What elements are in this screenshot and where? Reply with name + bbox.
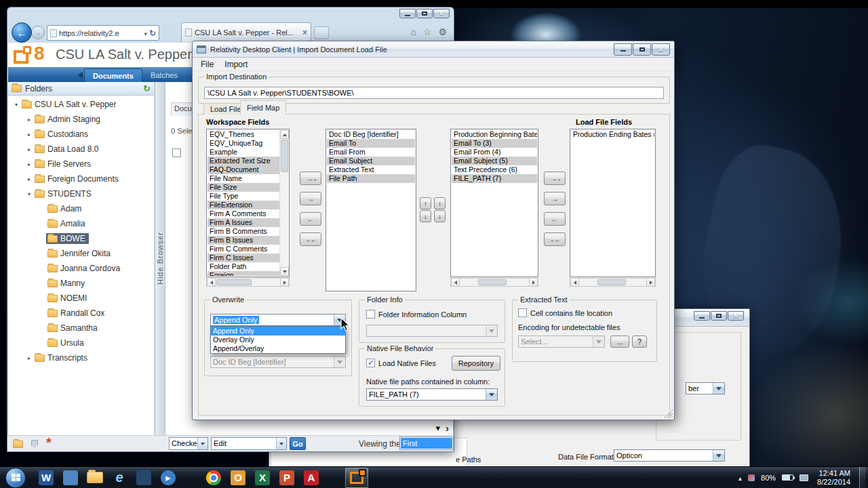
tree-item-jennifer-okita[interactable]: Jennifer Okita xyxy=(8,246,154,261)
checked-select[interactable]: Checked xyxy=(169,437,208,450)
menu-import[interactable]: Import xyxy=(219,58,253,70)
move-all-right-button-2[interactable]: →→ xyxy=(544,171,566,185)
hidden-icons-arrow[interactable] xyxy=(738,473,742,483)
move-all-left-button[interactable]: ←← xyxy=(300,232,321,246)
maximize-button[interactable] xyxy=(416,9,433,18)
show-desktop-button[interactable] xyxy=(859,467,865,488)
dropdown-arrow-icon[interactable] xyxy=(713,383,724,394)
repository-button[interactable]: Repository xyxy=(452,356,500,371)
taskbar-icon-acrobat[interactable]: A xyxy=(300,468,323,488)
dialog-titlebar[interactable]: Relativity Desktop Client | Import Docum… xyxy=(193,41,674,58)
tree-item-custodians[interactable]: ▸Custodians xyxy=(8,127,154,142)
list-item[interactable]: File Type xyxy=(208,192,279,201)
tree-item-file-servers[interactable]: ▸File Servers xyxy=(8,157,154,171)
scroll-left-button[interactable] xyxy=(451,278,460,287)
tray-app-icon[interactable] xyxy=(748,474,755,481)
browser-tab[interactable]: CSU LA Salt v. Pepper - Rel... xyxy=(181,22,311,42)
dropdown-arrow-icon[interactable] xyxy=(276,438,286,449)
tree-item-ursula[interactable]: Ursula xyxy=(8,336,154,350)
list-item[interactable]: Production Ending Bates (2) xyxy=(571,130,654,139)
data-file-format-combobox[interactable]: Opticon xyxy=(614,449,725,462)
minimize-button[interactable] xyxy=(399,9,416,18)
move-right-button-2[interactable]: → xyxy=(544,192,566,205)
scroll-thumb[interactable] xyxy=(597,279,626,285)
checkbox-icon[interactable] xyxy=(518,308,527,317)
list-item[interactable]: Folder Path xyxy=(208,262,279,271)
scroll-up-button[interactable] xyxy=(280,130,289,139)
caret-down-icon[interactable] xyxy=(435,423,440,433)
taskbar-icon-word[interactable]: W xyxy=(35,468,58,488)
tree-item-bowe[interactable]: BOWE xyxy=(8,231,154,246)
scroll-left-button[interactable] xyxy=(570,278,579,287)
list-item[interactable]: FAQ-Document xyxy=(208,165,279,174)
dropdown-arrow-icon[interactable] xyxy=(713,450,724,461)
scroll-right-button[interactable] xyxy=(529,278,538,287)
taskbar-icon-chrome[interactable] xyxy=(202,468,225,488)
move-left-button[interactable]: ← xyxy=(300,212,321,226)
minimize-button[interactable] xyxy=(694,311,710,321)
tree-item-admin-staging[interactable]: ▸Admin Staging xyxy=(8,112,154,127)
tree-item-manny[interactable]: Manny xyxy=(8,276,154,291)
list-item[interactable]: Production Beginning Bates xyxy=(452,130,537,139)
scroll-right-button[interactable] xyxy=(646,278,655,287)
scroll-right-button[interactable] xyxy=(280,278,289,287)
favorites-star-icon[interactable] xyxy=(423,26,432,37)
move-all-left-button-2[interactable]: ←← xyxy=(544,232,566,246)
help-button[interactable]: ? xyxy=(632,336,647,348)
list-item[interactable]: Firm B Comments xyxy=(208,227,279,236)
dropdown-arrow-icon[interactable] xyxy=(486,389,497,400)
taskbar-icon-app-window[interactable] xyxy=(59,468,82,488)
expand-arrow-icon[interactable]: ▾ xyxy=(25,191,33,197)
expand-arrow-icon[interactable]: ▾ xyxy=(12,102,20,108)
taskbar-icon-internet-explorer[interactable]: e xyxy=(108,468,131,488)
list-item[interactable]: Text Precedence (6) xyxy=(452,165,537,174)
list-item[interactable]: Email To xyxy=(327,139,415,148)
taskbar-clock[interactable]: 12:41 AM 8/22/2014 xyxy=(817,469,850,487)
list-item[interactable]: EQV_Themes xyxy=(208,130,279,139)
expand-arrow-icon[interactable]: ▸ xyxy=(25,117,33,123)
tree-item-amalia[interactable]: Amalia xyxy=(8,216,154,231)
expand-arrow-icon[interactable]: ▸ xyxy=(25,146,33,152)
tab-batches[interactable]: Batches xyxy=(142,68,186,82)
move-all-right-button[interactable]: →→ xyxy=(300,171,321,185)
expand-arrow-icon[interactable]: ▸ xyxy=(25,161,33,167)
horizontal-scrollbar[interactable] xyxy=(206,278,290,287)
forward-button[interactable] xyxy=(31,26,45,39)
list-item[interactable]: Extracted Text xyxy=(327,165,415,174)
next-page-icon[interactable] xyxy=(446,422,449,434)
tree-item-foreign-documents[interactable]: ▸Foreign Documents xyxy=(8,171,154,186)
network-monitor-icon[interactable] xyxy=(800,474,808,481)
list-item[interactable]: Email Subject (5) xyxy=(452,157,537,165)
refresh-icon[interactable] xyxy=(149,28,156,38)
scroll-left-button[interactable] xyxy=(207,278,216,287)
back-button[interactable] xyxy=(12,22,32,43)
close-button[interactable] xyxy=(433,9,450,18)
tree-item-joanna-cordova[interactable]: Joanna Cordova xyxy=(8,261,154,276)
resize-grip[interactable] xyxy=(664,409,673,418)
taskbar-icon-app-dark[interactable] xyxy=(132,468,155,488)
move-left-button-2[interactable]: ← xyxy=(544,212,566,226)
horizontal-scrollbar[interactable] xyxy=(570,278,656,287)
folder-view-icon[interactable] xyxy=(13,441,23,448)
dropdown-option[interactable]: Append Only xyxy=(211,327,345,336)
horizontal-scrollbar[interactable] xyxy=(450,278,538,287)
new-tab-button[interactable] xyxy=(314,26,329,39)
list-item[interactable]: Firm C Comments xyxy=(208,245,279,253)
asterisk-icon[interactable] xyxy=(46,439,52,449)
tree-item-samantha[interactable]: Samantha xyxy=(8,321,154,336)
reorder-up-right-button[interactable]: ↑ xyxy=(434,197,446,209)
list-item[interactable]: Firm A Comments xyxy=(208,209,279,218)
list-item[interactable]: Foreign xyxy=(208,271,279,276)
taskbar-icon-media-player[interactable]: ▸ xyxy=(157,468,180,488)
edit-select[interactable]: Edit xyxy=(211,437,287,450)
tree-item-adam[interactable]: Adam xyxy=(8,201,154,216)
list-item[interactable]: Doc ID Beg [Identifier] xyxy=(327,130,415,139)
select-all-checkbox[interactable] xyxy=(172,148,181,157)
home-icon[interactable] xyxy=(410,26,416,37)
tree-item-randall-cox[interactable]: Randall Cox xyxy=(8,306,154,321)
folder-information-checkbox[interactable]: Folder Information Column xyxy=(366,310,467,319)
taskbar-icon-excel[interactable]: X xyxy=(251,468,274,488)
scroll-down-button[interactable] xyxy=(280,267,289,276)
dropdown-option[interactable]: Append/Overlay xyxy=(211,344,345,353)
list-item[interactable]: EQV_UniqueTag xyxy=(208,139,279,148)
